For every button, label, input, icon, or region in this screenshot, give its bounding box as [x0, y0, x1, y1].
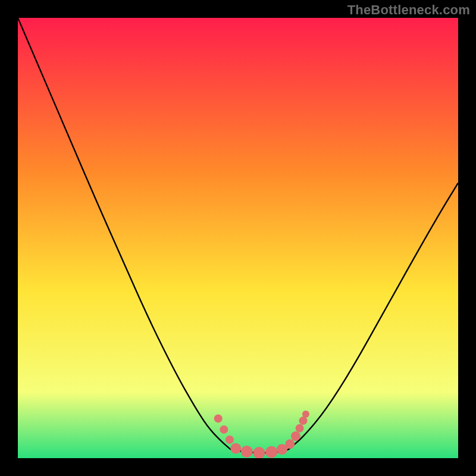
valley-marker: [296, 424, 304, 433]
plot-area: [18, 18, 458, 458]
valley-marker: [214, 414, 223, 422]
valley-marker: [226, 436, 234, 444]
valley-marker: [299, 416, 308, 425]
valley-marker: [241, 446, 253, 458]
valley-marker: [265, 446, 277, 458]
valley-marker: [291, 431, 300, 441]
gradient-background: [18, 18, 458, 458]
valley-marker: [285, 439, 295, 449]
valley-marker: [302, 411, 309, 418]
valley-marker: [230, 443, 241, 454]
valley-marker: [220, 425, 228, 434]
chart-frame: TheBottleneck.com: [0, 0, 476, 476]
chart-svg: [18, 18, 458, 458]
attribution-label: TheBottleneck.com: [347, 2, 470, 18]
